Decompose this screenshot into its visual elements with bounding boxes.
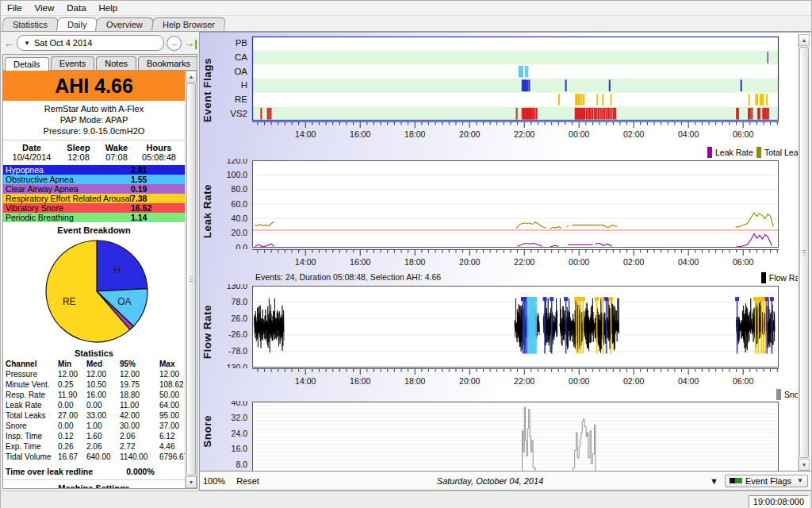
leak-rate-legend: Leak RateTotal Leaks — [200, 146, 811, 159]
event-flags-section[interactable]: Event Flags PBCAOAHREVS2 14:0016:0018:00… — [200, 36, 811, 146]
event-tick-vs2 — [594, 108, 596, 120]
event-flags-chart[interactable]: PBCAOAHREVS2 — [200, 36, 785, 121]
event-row-hypopnea[interactable]: Hypopnea2.91 — [3, 165, 185, 175]
tab-statistics[interactable]: Statistics — [2, 17, 59, 31]
stats-value: 11.90 — [58, 390, 86, 400]
menu-help[interactable]: Help — [93, 2, 124, 13]
svg-text:06:00: 06:00 — [733, 376, 753, 386]
next-day-button[interactable]: → — [167, 36, 182, 51]
svg-text:14:00: 14:00 — [295, 257, 316, 267]
stats-value: 0.00 — [86, 400, 120, 410]
scroll-down-icon[interactable]: ▼ — [799, 459, 810, 471]
date-navigation: ← ▼ Sat Oct 4 2014 → →| — [1, 32, 199, 52]
event-row-vibratory-snore[interactable]: Vibratory Snore16.52 — [3, 203, 185, 213]
stats-value: 0.12 — [58, 431, 86, 441]
tab-help-browser[interactable]: Help Browser — [151, 17, 226, 31]
leak-redline-label: Time over leak redline — [6, 467, 93, 476]
jump-to-latest-icon[interactable]: →| — [184, 38, 197, 48]
stats-value: 4.46 — [159, 441, 188, 452]
session-length-readout: 19:00:08:000 — [749, 495, 809, 508]
sidebar-tab-events[interactable]: Events — [51, 56, 95, 70]
svg-text:RE: RE — [62, 296, 75, 307]
scroll-up-icon[interactable]: ▲ — [799, 34, 810, 46]
session-table: DateSleepWakeHours10/4/201412:0807:0805:… — [3, 140, 185, 165]
event-row-label: Obstructive Apnea — [3, 175, 131, 184]
stats-header: Med — [86, 359, 120, 369]
stats-value: 0.00 — [58, 400, 86, 410]
flow-selection-summary: Events: 24, Duration 05:08:48, Selection… — [255, 272, 441, 282]
event-tick-vs2 — [611, 108, 613, 120]
stats-value: 12.00 — [159, 369, 188, 379]
event-tick-vs2 — [603, 108, 605, 120]
event-tick-h — [527, 80, 528, 92]
sidebar-tab-details[interactable]: Details — [5, 57, 49, 71]
sidebar-tab-notes[interactable]: Notes — [96, 56, 136, 70]
event-row-value: 1.55 — [131, 175, 185, 184]
statistics-table: ChannelMinMed95%MaxPressure12.0012.0012.… — [3, 359, 185, 462]
graph-type-icon — [730, 478, 742, 483]
machine-info-line: Pressure: 9.0-15.0cmH2O — [3, 125, 185, 137]
event-row-periodic-breathing[interactable]: Periodic Breathing1.14 — [3, 213, 185, 222]
stats-value: 108.62 — [159, 379, 188, 390]
stats-value: 16.00 — [86, 390, 120, 400]
event-tick-vs2 — [592, 108, 593, 120]
date-combobox[interactable]: ▼ Sat Oct 4 2014 — [17, 35, 164, 51]
session-value: 05:08:48 — [135, 152, 183, 162]
svg-text:-78.0: -78.0 — [228, 346, 247, 356]
graph-select-dropdown[interactable]: Event Flags ▼ — [725, 475, 808, 487]
event-tick-vs2 — [609, 108, 611, 120]
sidebar-tab-bookmarks[interactable]: Bookmarks — [138, 56, 197, 70]
event-tick-h — [741, 80, 742, 92]
pie-title: Event Breakdown — [3, 222, 185, 236]
previous-day-arrow-icon[interactable]: ← — [4, 38, 14, 48]
event-tick-re — [611, 94, 612, 106]
leak-rate-section[interactable]: Leak Rate Leak RateTotal Leaks 120.0100.… — [200, 146, 811, 271]
tab-overview[interactable]: Overview — [96, 17, 155, 31]
event-row-clear-airway-apnea[interactable]: Clear Airway Apnea0.19 — [3, 184, 185, 194]
svg-text:00:00: 00:00 — [569, 257, 589, 267]
stats-value: 6796.67 — [159, 452, 188, 462]
svg-text:18:00: 18:00 — [404, 376, 425, 386]
bottom-dropdown-arrow-icon[interactable]: ▼ — [710, 476, 718, 486]
event-tick-vs2 — [751, 108, 753, 120]
menu-file[interactable]: File — [1, 2, 29, 13]
legend-chip-snore — [776, 389, 781, 400]
event-tick-vs2 — [587, 108, 588, 120]
stats-channel: Leak Rate — [6, 400, 58, 410]
snore-section[interactable]: Snore Snore 40.032.024.016.08.0 — [200, 388, 811, 472]
scroll-up-icon[interactable]: ▲ — [186, 71, 197, 83]
scroll-down-icon[interactable]: ▼ — [186, 476, 197, 488]
snore-chart[interactable]: 40.032.024.016.08.0 — [200, 401, 785, 471]
flow-rate-chart[interactable]: 130.078.026.0-26.0-78.0-130.0 — [200, 284, 785, 368]
event-row-obstructive-apnea[interactable]: Obstructive Apnea1.55 — [3, 175, 185, 184]
svg-text:-130.0: -130.0 — [224, 363, 247, 369]
event-tick-h — [528, 80, 530, 92]
stats-value: 42.00 — [120, 410, 159, 421]
stats-value: 10.50 — [86, 379, 120, 390]
stats-value: 2.72 — [120, 441, 159, 452]
event-row-value: 7.38 — [131, 194, 185, 203]
stats-value: 2.06 — [86, 441, 120, 452]
event-flags-axis-label: Event Flags — [201, 58, 213, 122]
stats-value: 37.00 — [159, 421, 188, 431]
reset-button[interactable]: Reset — [236, 476, 259, 486]
flow-rate-axis-label: Flow Rate — [201, 305, 213, 359]
event-tick-vs2 — [516, 108, 518, 120]
menu-data[interactable]: Data — [60, 2, 92, 13]
scrollbar-thumb[interactable] — [799, 47, 809, 458]
sidebar-scrollbar[interactable]: ▲ ▼ — [185, 71, 197, 488]
charts-scrollbar[interactable]: ▲ ▼ — [798, 34, 810, 471]
event-tick-re — [596, 94, 598, 106]
menu-view[interactable]: View — [29, 2, 61, 13]
event-row-respiratory-effort-related-arousal[interactable]: Respiratory Effort Related Arousal7.38 — [3, 194, 185, 203]
event-tick-re — [583, 94, 584, 106]
event-tick-oa — [527, 66, 528, 78]
svg-text:-26.0: -26.0 — [228, 329, 247, 339]
leak-rate-chart[interactable]: 120.0100.080.060.040.020.00.0 — [200, 159, 785, 249]
event-tick-vs2 — [757, 108, 759, 120]
stats-value: 16.67 — [58, 452, 86, 462]
svg-text:8.0: 8.0 — [236, 460, 247, 469]
flow-rate-section[interactable]: Flow Rate Events: 24, Duration 05:08:48,… — [200, 271, 811, 388]
scrollbar-thumb[interactable] — [186, 83, 196, 475]
tab-daily[interactable]: Daily — [56, 17, 98, 31]
